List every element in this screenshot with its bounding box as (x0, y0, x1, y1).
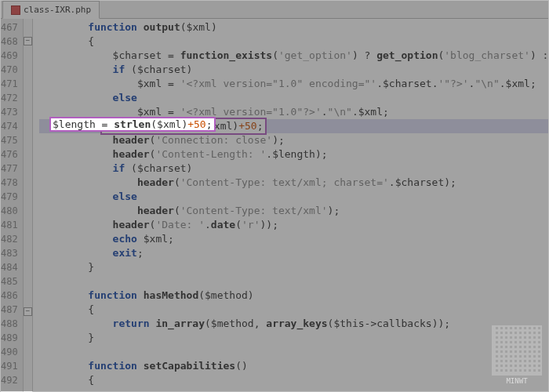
file-tab[interactable]: class-IXR.php (2, 1, 100, 19)
line-number: 473 (1, 105, 23, 119)
line-number: 485 (1, 274, 23, 289)
code-line: { (39, 34, 549, 49)
line-number: 468 (1, 34, 23, 49)
code-line: header('Content-Type: text/xml'); (39, 204, 549, 218)
line-number: 470 (1, 63, 23, 77)
line-number: 475 (1, 133, 23, 147)
tab-bar: class-IXR.php (1, 1, 548, 19)
line-number: 467 (1, 20, 23, 34)
line-number: 477 (1, 162, 23, 176)
code-line: header('Content-Length: '.$length); (39, 147, 549, 162)
line-number: 476 (1, 147, 23, 162)
code-line: header('Date: '.date('r')); (39, 218, 549, 232)
code-line: } (39, 331, 549, 345)
line-number: 471 (1, 77, 23, 91)
line-number: 488 (1, 317, 23, 331)
line-number: 480 (1, 204, 23, 218)
tab-filename: class-IXR.php (24, 5, 91, 15)
line-number: 474 (1, 119, 23, 133)
highlight-cutout: $length = strlen($xml)+50; (49, 118, 548, 132)
line-number-gutter: 4674684694704714724734744754764774784794… (1, 19, 24, 392)
line-number: 486 (1, 289, 23, 303)
line-number: 484 (1, 260, 23, 274)
line-number: 469 (1, 49, 23, 63)
modified-icon (11, 5, 20, 15)
line-number: 492 (1, 373, 23, 387)
code-line: header('Connection: close'); (39, 133, 549, 147)
code-line: header('Content-Type: text/xml; charset=… (39, 176, 549, 190)
code-line: else (39, 190, 549, 204)
code-line (39, 274, 549, 289)
code-line: { (39, 303, 549, 317)
code-line: $charset = function_exists('get_option')… (39, 49, 549, 63)
code-line: echo $xml; (39, 232, 549, 246)
code-line: $xml = '<?xml version="1.0" encoding="'.… (39, 77, 549, 91)
edit-highlight: $length = strlen($xml)+50; (49, 117, 216, 132)
line-number: 479 (1, 190, 23, 204)
code-line: function hasMethod($method) (39, 289, 549, 303)
line-number: 489 (1, 331, 23, 345)
line-number: 487 (1, 303, 23, 317)
code-editor: class-IXR.php 46746846947047147247347447… (0, 0, 549, 392)
fold-toggle-icon[interactable]: − (24, 307, 32, 316)
line-number: 481 (1, 218, 23, 232)
code-line: function output($xml) (39, 20, 549, 34)
line-number: 478 (1, 176, 23, 190)
code-area: 4674684694704714724734744754764774784794… (1, 19, 548, 392)
fold-toggle-icon[interactable]: − (24, 37, 32, 45)
code-line: if ($charset) (39, 63, 549, 77)
code-line: } (39, 260, 549, 274)
code-line: return in_array($method, array_keys($thi… (39, 317, 549, 331)
line-number: 491 (1, 359, 23, 373)
code-line: else (39, 91, 549, 105)
code-line: function setCapabilities() (39, 359, 549, 373)
line-number: 482 (1, 232, 23, 246)
fold-column: −− (24, 19, 33, 392)
code-line (39, 345, 549, 359)
code-line: if ($charset) (39, 162, 549, 176)
line-number: 472 (1, 91, 23, 105)
code-line: exit; (39, 246, 549, 260)
code-line: { (39, 373, 549, 387)
line-number: 483 (1, 246, 23, 260)
line-number: 490 (1, 345, 23, 359)
code-body[interactable]: function output($xml) { $charset = funct… (33, 19, 549, 392)
